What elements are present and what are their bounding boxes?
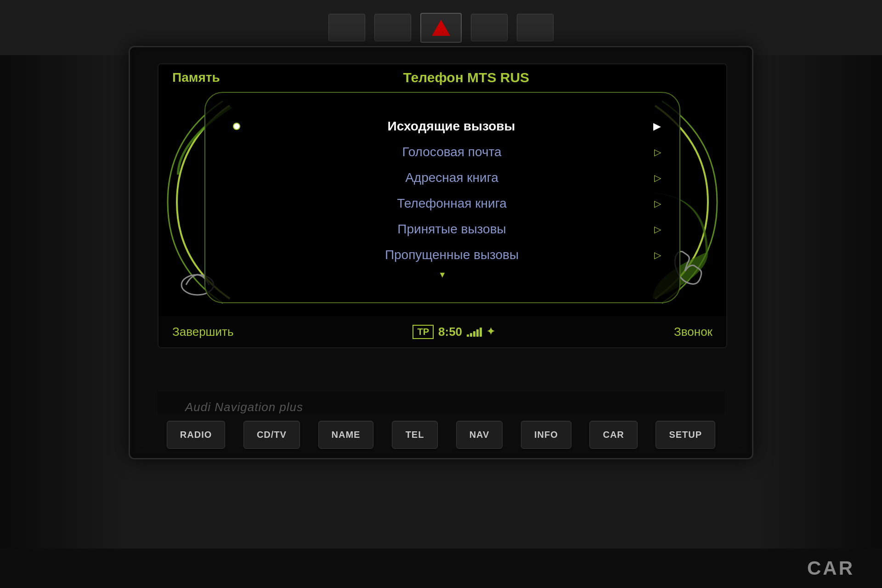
menu-item-voicemail[interactable]: Голосовая почта ▷: [205, 139, 679, 165]
menu-item-received-label: Принятые вызовы: [397, 222, 506, 237]
status-bar: Завершить TP 8:50 ✦ Звонок: [158, 316, 726, 347]
top-button-center-right[interactable]: [471, 14, 508, 41]
signal-bar-5: [480, 328, 482, 337]
menu-item-missed[interactable]: Пропущенные вызовы ▷: [205, 242, 679, 268]
top-button-right[interactable]: [517, 14, 554, 41]
menu-item-outgoing[interactable]: Исходящие вызовы ▶: [205, 113, 679, 139]
arrow-outgoing-icon: ▶: [653, 120, 661, 132]
dot-placeholder-1: [233, 148, 240, 156]
bottom-overlay: CAR: [0, 548, 882, 588]
nav-label-area: Audi Navigation plus: [158, 391, 724, 414]
menu-item-voicemail-label: Голосовая почта: [402, 145, 501, 159]
name-button[interactable]: NAME: [318, 421, 374, 449]
screen-content: Память Телефон MTS RUS: [158, 64, 726, 347]
radio-button[interactable]: RADIO: [167, 421, 225, 449]
info-button[interactable]: INFO: [521, 421, 571, 449]
menu-item-phone-book[interactable]: Телефонная книга ▷: [205, 191, 679, 216]
car-label: CAR: [807, 557, 854, 579]
top-button-left[interactable]: [328, 14, 365, 41]
arrow-missed-icon: ▷: [654, 249, 661, 260]
tp-badge: TP: [413, 325, 434, 339]
cdtv-button[interactable]: CD/TV: [243, 421, 300, 449]
signal-bar-4: [476, 329, 479, 337]
setup-button[interactable]: SETUP: [656, 421, 715, 449]
top-button-center-left[interactable]: [374, 14, 411, 41]
menu-item-phone-book-label: Телефонная книга: [397, 196, 507, 211]
signal-strength-icon: [467, 327, 482, 337]
signal-bar-1: [467, 334, 469, 337]
bottom-button-row: RADIO CD/TV NAME TEL NAV INFO CAR SETUP: [158, 421, 724, 449]
dot-placeholder-3: [233, 200, 240, 207]
menu-item-received[interactable]: Принятые вызовы ▷: [205, 216, 679, 242]
menu-item-missed-label: Пропущенные вызовы: [385, 248, 519, 262]
nav-button[interactable]: NAV: [456, 421, 503, 449]
screen-header: Память Телефон MTS RUS: [158, 64, 726, 91]
screen: Память Телефон MTS RUS: [158, 63, 727, 348]
time-display: 8:50: [438, 325, 462, 339]
right-panel: [753, 0, 882, 588]
menu-scroll-down-icon[interactable]: ▼: [205, 268, 679, 282]
call-label[interactable]: Звонок: [674, 325, 712, 339]
status-center: TP 8:50 ✦: [413, 325, 495, 339]
screen-title: Телефон MTS RUS: [220, 70, 712, 85]
selected-dot-icon: [233, 123, 240, 130]
arrow-phone-book-icon: ▷: [654, 198, 661, 209]
unit-bezel: Память Телефон MTS RUS: [129, 46, 753, 459]
dot-placeholder-5: [233, 251, 240, 259]
signal-bar-2: [470, 333, 472, 337]
dot-placeholder-4: [233, 226, 240, 233]
signal-bar-3: [473, 331, 475, 337]
menu-area: Исходящие вызовы ▶ Голосовая почта ▷ Адр…: [204, 92, 680, 303]
arrow-voicemail-icon: ▷: [654, 147, 661, 158]
brand-label: Audi Navigation plus: [185, 400, 303, 414]
menu-item-address-book-label: Адресная книга: [405, 170, 498, 185]
hazard-triangle-icon: [432, 20, 450, 36]
menu-item-address-book[interactable]: Адресная книга ▷: [205, 165, 679, 191]
left-panel: [0, 0, 129, 588]
arrow-address-book-icon: ▷: [654, 172, 661, 183]
hazard-button[interactable]: [420, 13, 462, 43]
car-button[interactable]: CAR: [589, 421, 637, 449]
memory-label: Память: [172, 70, 220, 85]
menu-item-outgoing-label: Исходящие вызовы: [388, 119, 515, 134]
dot-placeholder-2: [233, 174, 240, 181]
bluetooth-icon: ✦: [486, 326, 495, 338]
end-call-label[interactable]: Завершить: [172, 325, 233, 339]
tel-button[interactable]: TEL: [392, 421, 438, 449]
arrow-received-icon: ▷: [654, 224, 661, 235]
